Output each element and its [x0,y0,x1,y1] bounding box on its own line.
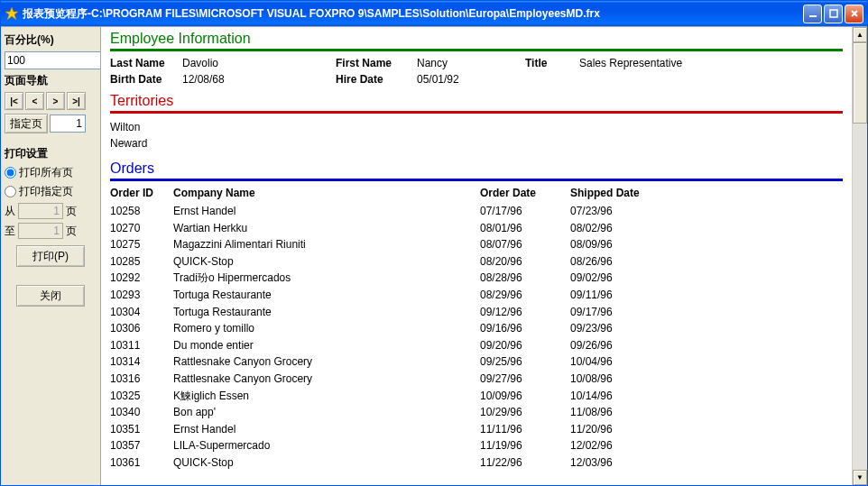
order-cell: 08/20/96 [480,253,570,271]
order-cell: 08/09/96 [570,236,679,253]
order-cell: 08/07/96 [480,236,570,253]
goto-page-input[interactable] [50,115,86,133]
order-cell: Ernst Handel [173,203,480,220]
order-cell: 10357 [110,437,173,454]
territories-section-title: Territories [110,93,843,109]
order-cell: 09/20/96 [480,337,570,354]
nav-buttons: |< < > >| [5,92,97,110]
order-cell: Rattlesnake Canyon Grocery [173,371,480,388]
order-date-header: Order Date [480,187,570,199]
order-row: 10314Rattlesnake Canyon Grocery09/25/961… [110,353,843,371]
territories-section-divider [110,111,843,114]
employee-section-title: Employee Information [110,31,843,47]
scroll-down-button[interactable]: ▼ [853,470,867,485]
employee-info-grid: Last Name Davolio First Name Nancy Title… [110,57,843,86]
order-cell: 07/17/96 [480,203,570,220]
close-button[interactable] [845,5,863,23]
first-name-label: First Name [336,57,417,69]
range-from-row: 从 页 [5,203,97,219]
order-cell: 09/26/96 [570,337,679,354]
print-all-label: 打印所有页 [19,165,73,180]
order-row: 10275Magazzini Alimentari Riuniti08/07/9… [110,236,843,253]
order-cell: Magazzini Alimentari Riuniti [173,236,480,253]
order-row: 10292Tradi玢o Hipermercados08/28/9609/02/… [110,270,843,287]
order-cell: 10/08/96 [570,371,679,388]
order-cell: 10270 [110,220,173,237]
scroll-up-button[interactable]: ▲ [853,27,867,42]
client-area: 百分比(%) 页面导航 |< < > >| 指定页 打印设置 [1,26,867,485]
vertical-scrollbar[interactable]: ▲ ▼ [852,27,867,485]
scroll-thumb[interactable] [853,42,867,124]
order-cell: 12/03/96 [570,454,679,472]
order-cell: 09/25/96 [480,353,570,371]
window-title: 报表预览程序-C:\PROGRAM FILES\MICROSOFT VISUAL… [23,6,803,22]
order-cell: 10325 [110,388,173,405]
order-cell: 08/02/96 [570,220,679,237]
order-cell: 10311 [110,337,173,354]
print-all-radio[interactable] [5,167,16,179]
to-input [18,223,63,239]
order-cell: 07/23/96 [570,203,679,220]
order-cell: 09/17/96 [570,304,679,321]
birth-date-value: 12/08/68 [182,73,336,86]
shipped-date-header: Shipped Date [570,187,679,199]
to-label: 至 [5,224,15,239]
nav-first-button[interactable]: |< [5,92,23,110]
print-range-radio-row[interactable]: 打印指定页 [5,184,97,199]
order-row: 10357LILA-Supermercado11/19/9612/02/96 [110,437,843,454]
order-cell: 10/14/96 [570,388,679,405]
order-cell: 10/09/96 [480,388,570,405]
order-cell: Wartian Herkku [173,220,480,237]
order-cell: QUICK-Stop [173,454,480,472]
preview-wrap: Employee Information Last Name Davolio F… [100,27,867,485]
order-row: 10285QUICK-Stop08/20/9608/26/96 [110,253,843,271]
percent-spinner [5,51,84,69]
order-cell: 08/28/96 [480,270,570,287]
print-button[interactable]: 打印(P) [16,245,85,267]
svg-rect-1 [809,15,817,17]
order-cell: 10304 [110,304,173,321]
company-name-header: Company Name [173,187,480,199]
close-app-button[interactable]: 关闭 [16,285,85,307]
orders-header: Order ID Company Name Order Date Shipped… [110,187,843,199]
order-cell: Tortuga Restaurante [173,304,480,321]
nav-prev-button[interactable]: < [25,92,44,110]
territory-item: Wilton [110,119,843,135]
svg-marker-0 [5,7,18,20]
order-cell: 11/11/96 [480,421,570,438]
order-cell: Rattlesnake Canyon Grocery [173,353,480,371]
window-controls [803,5,863,23]
order-cell: 10/04/96 [570,353,679,371]
order-cell: LILA-Supermercado [173,437,480,454]
order-cell: 09/11/96 [570,287,679,304]
order-row: 10325K鰊iglich Essen10/09/9610/14/96 [110,388,843,405]
maximize-button[interactable] [824,5,843,23]
order-cell: QUICK-Stop [173,253,480,271]
hire-date-label: Hire Date [336,73,417,86]
print-range-radio[interactable] [5,186,16,197]
order-row: 10306Romero y tomillo09/16/9609/23/96 [110,320,843,337]
goto-page-button[interactable]: 指定页 [5,114,48,133]
first-name-value: Nancy [417,57,525,69]
hire-date-value: 05/01/92 [417,73,525,86]
app-icon [5,6,19,21]
order-row: 10304Tortuga Restaurante09/12/9609/17/96 [110,304,843,321]
order-cell: 10314 [110,353,173,371]
order-cell: 10361 [110,454,173,472]
print-settings-label: 打印设置 [5,146,97,161]
order-cell: 09/27/96 [480,371,570,388]
order-cell: K鰊iglich Essen [173,388,480,405]
nav-next-button[interactable]: > [46,92,65,110]
orders-section-title: Orders [110,160,843,177]
nav-last-button[interactable]: >| [67,92,86,110]
order-cell: Bon app' [173,404,480,421]
order-cell: Tradi玢o Hipermercados [173,270,480,287]
titlebar[interactable]: 报表预览程序-C:\PROGRAM FILES\MICROSOFT VISUAL… [1,1,867,26]
order-cell: 10351 [110,421,173,438]
nav-label: 页面导航 [5,73,97,88]
print-all-radio-row[interactable]: 打印所有页 [5,165,97,180]
title-value: Sales Representative [579,57,843,69]
last-name-value: Davolio [182,57,336,69]
order-row: 10270Wartian Herkku08/01/9608/02/96 [110,220,843,237]
minimize-button[interactable] [803,5,822,23]
